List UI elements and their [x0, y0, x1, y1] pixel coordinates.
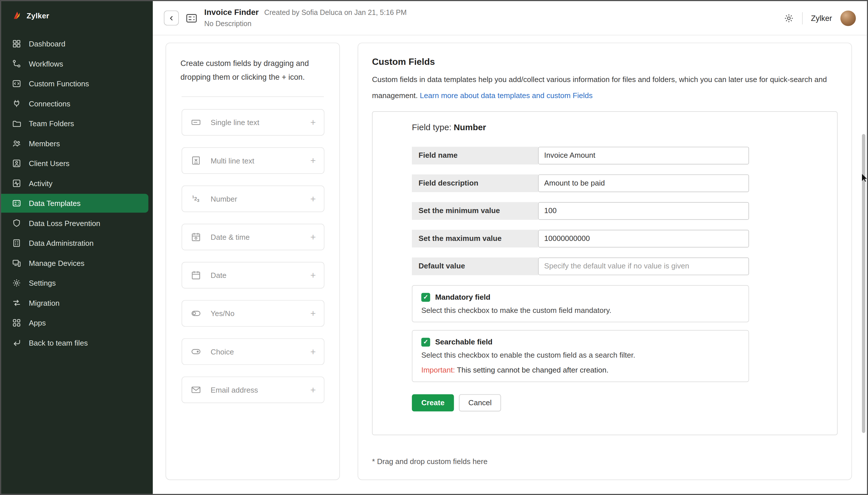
important-label: Important:	[421, 366, 455, 374]
sidebar-item-members[interactable]: Members	[1, 133, 153, 153]
cancel-button[interactable]: Cancel	[459, 394, 501, 411]
sidebar-item-apps[interactable]: Apps	[1, 313, 153, 333]
field-type-single-line-text[interactable]: Single line text	[181, 109, 324, 136]
template-card-icon	[185, 12, 197, 24]
custom-fields-description: Custom fields in data templates help you…	[372, 71, 838, 104]
dashboard-grid-icon	[12, 39, 21, 48]
number-icon: 123	[191, 194, 201, 204]
form-row-default-value: Default value	[412, 257, 749, 275]
brand-name: Zylker	[26, 12, 49, 20]
field-type-label: Multi line text	[211, 156, 254, 165]
single-line-text-icon	[191, 117, 201, 127]
add-field-plus-icon[interactable]	[311, 118, 316, 127]
field-type-label: Choice	[211, 347, 234, 356]
migration-icon	[12, 298, 21, 307]
sidebar-item-label: Apps	[29, 319, 46, 327]
template-description: No Description	[205, 19, 407, 29]
sidebar-item-data-loss-prevention[interactable]: Data Loss Prevention	[1, 213, 153, 233]
add-field-plus-icon[interactable]	[311, 309, 316, 318]
mandatory-label: Mandatory field	[435, 293, 491, 301]
add-field-plus-icon[interactable]	[311, 156, 316, 165]
field-type-email-address[interactable]: Email address	[181, 377, 324, 403]
field-type-yes-no[interactable]: Yes/No	[181, 300, 324, 327]
add-field-plus-icon[interactable]	[311, 347, 316, 357]
data-administration-icon	[12, 239, 21, 248]
date-icon	[191, 270, 201, 280]
team-folders-icon	[12, 119, 21, 128]
main-content: Create custom fields by dragging and dro…	[153, 36, 867, 494]
sidebar-item-migration[interactable]: Migration	[1, 293, 153, 313]
create-button[interactable]: Create	[412, 394, 454, 411]
yes-no-toggle-icon	[191, 308, 201, 318]
field-type-value: Number	[454, 122, 486, 132]
gear-icon	[12, 278, 21, 287]
sidebar-item-back-to-team-files[interactable]: Back to team files	[1, 333, 153, 353]
sidebar-item-team-folders[interactable]: Team Folders	[1, 114, 153, 134]
back-arrow-icon	[12, 338, 21, 347]
form-row-field-description: Field description	[412, 174, 749, 192]
sidebar-item-label: Manage Devices	[29, 259, 84, 267]
sidebar-item-data-administration[interactable]: Data Administration	[1, 233, 153, 253]
sidebar-item-data-templates[interactable]: Data Templates	[1, 194, 148, 213]
email-icon	[191, 385, 201, 395]
field-type-label: Date	[211, 271, 227, 279]
sidebar-item-label: Activity	[29, 179, 52, 188]
field-type-label: Email address	[211, 386, 258, 394]
sidebar-item-client-users[interactable]: Client Users	[1, 153, 153, 173]
field-editor-box: Field type:Number Field name Field descr…	[372, 111, 838, 435]
field-type-multi-line-text[interactable]: Multi line text	[181, 148, 324, 174]
maximum-value-input[interactable]	[538, 229, 749, 247]
field-type-number[interactable]: 123 Number	[181, 186, 324, 212]
template-title-block: Invoice Finder Created by Sofia Deluca o…	[205, 6, 407, 29]
sidebar-item-label: Custom Functions	[29, 80, 89, 88]
sidebar-item-dashboard[interactable]: Dashboard	[1, 34, 153, 54]
back-button[interactable]	[164, 11, 179, 25]
minimum-value-label: Set the minimum value	[412, 202, 538, 220]
sidebar-item-label: Connections	[29, 100, 70, 108]
field-type-date-time[interactable]: Date & time	[181, 224, 324, 250]
add-field-plus-icon[interactable]	[311, 194, 316, 204]
created-meta: Created by Sofia Deluca on Jan 21, 5:16 …	[264, 8, 407, 18]
field-description-input[interactable]	[538, 174, 749, 192]
sidebar: Zylker Dashboard Workflows	[1, 1, 153, 494]
shield-icon	[12, 219, 21, 228]
sidebar-item-activity[interactable]: Activity	[1, 173, 153, 193]
app-window: Zylker Dashboard Workflows	[0, 0, 868, 495]
custom-fields-title: Custom Fields	[372, 56, 838, 67]
form-row-minimum-value: Set the minimum value	[412, 202, 749, 220]
avatar[interactable]	[840, 10, 856, 26]
field-type-date[interactable]: Date	[181, 262, 324, 289]
sidebar-item-label: Data Templates	[29, 199, 81, 207]
field-name-input[interactable]	[538, 147, 749, 164]
sidebar-item-manage-devices[interactable]: Manage Devices	[1, 253, 153, 273]
searchable-help-text: Select this checkbox to enable the custo…	[421, 351, 740, 359]
add-field-plus-icon[interactable]	[311, 385, 316, 395]
sidebar-item-label: Client Users	[29, 159, 69, 168]
mandatory-help-text: Select this checkbox to make the custom …	[421, 306, 740, 314]
mandatory-field-box: Mandatory field Select this checkbox to …	[412, 285, 749, 322]
page-title: Invoice Finder	[205, 6, 259, 18]
settings-gear-icon[interactable]	[784, 13, 794, 23]
minimum-value-input[interactable]	[538, 202, 749, 220]
topbar: Invoice Finder Created by Sofia Deluca o…	[153, 1, 867, 36]
sidebar-item-connections[interactable]: Connections	[1, 93, 153, 114]
learn-more-link[interactable]: Learn more about data templates and cust…	[420, 91, 592, 100]
account-name: Zylker	[811, 14, 832, 22]
connections-icon	[12, 99, 21, 108]
searchable-checkbox[interactable]	[421, 338, 430, 346]
palette-divider	[181, 96, 324, 97]
apps-grid-icon	[12, 318, 21, 327]
sidebar-item-settings[interactable]: Settings	[1, 273, 153, 293]
default-value-label: Default value	[412, 257, 538, 275]
sidebar-item-label: Back to team files	[29, 339, 88, 347]
mandatory-checkbox[interactable]	[421, 292, 430, 302]
sidebar-item-workflows[interactable]: Workflows	[1, 54, 153, 74]
field-type-choice[interactable]: Choice	[181, 338, 324, 365]
sidebar-item-custom-functions[interactable]: Custom Functions	[1, 74, 153, 94]
sidebar-item-label: Workflows	[29, 59, 63, 68]
add-field-plus-icon[interactable]	[311, 270, 316, 280]
add-field-plus-icon[interactable]	[311, 232, 316, 242]
maximum-value-label: Set the maximum value	[412, 229, 538, 247]
brand-logo[interactable]: Zylker	[1, 1, 153, 26]
default-value-input[interactable]	[538, 257, 749, 275]
